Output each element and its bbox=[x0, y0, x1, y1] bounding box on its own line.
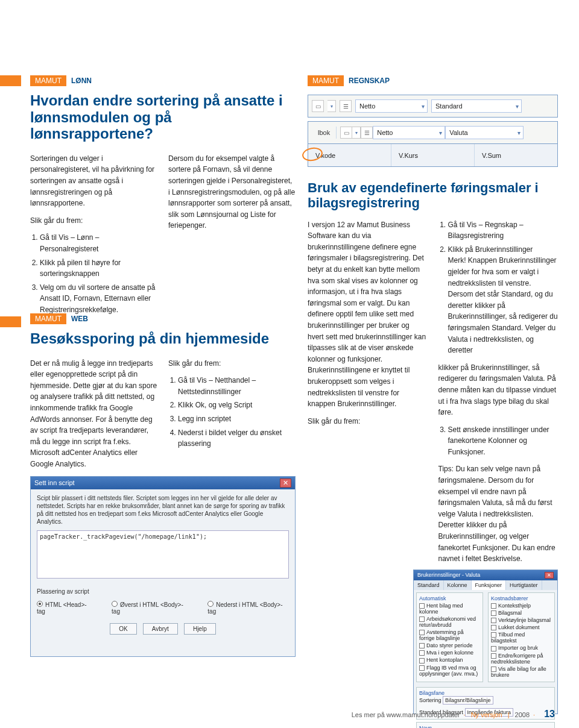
web-step1: Gå til Vis – Netthandel – Nettstedinnsti… bbox=[178, 375, 296, 397]
settings-dialog: Brukerinnstillinger - Valuta ✕ Standard … bbox=[413, 570, 558, 714]
help-button[interactable]: Hjelp bbox=[184, 623, 216, 635]
settings-title: Brukerinnstillinger - Valuta bbox=[417, 572, 480, 578]
select-netto-1[interactable]: Netto▾ bbox=[355, 99, 428, 113]
close-icon[interactable]: ✕ bbox=[545, 572, 554, 579]
footer: Les mer på www.mamut.no/oppdater· Ny ver… bbox=[352, 709, 555, 720]
tab-kolonne[interactable]: Kolonne bbox=[444, 580, 472, 590]
tab-funksjoner[interactable]: Funksjoner bbox=[472, 580, 507, 590]
close-icon[interactable]: ✕ bbox=[280, 479, 291, 488]
regnskap-body: I versjon 12 av Mamut Business Software … bbox=[308, 219, 558, 565]
doc-icon-2[interactable]: ▭ bbox=[340, 127, 352, 139]
chk-kost-6[interactable]: Endre/korrigere på nedtrekkslistene bbox=[491, 653, 552, 665]
web-step4: Nederst i bildet velger du ønsket plasse… bbox=[178, 427, 296, 450]
regnskap-p2: klikker på Brukerinnstillinger, så redig… bbox=[438, 362, 558, 418]
chevron-down-icon[interactable]: ▾ bbox=[327, 100, 336, 112]
web-title: Besøkssporing på din hjemmeside bbox=[30, 330, 296, 347]
lonn-intro: Sorteringen du velger i personalregister… bbox=[30, 153, 157, 209]
lonn-step3: Velg om du vil sortere de ansatte på Ans… bbox=[40, 282, 157, 316]
web-intro: Det er nå mulig å legge inn tredjeparts … bbox=[30, 358, 157, 470]
web-frem: Slik går du frem: bbox=[168, 358, 296, 369]
placement-label: Plassering av script bbox=[37, 588, 289, 595]
chk-kost-2[interactable]: Verktøylinje bilagsmal bbox=[491, 617, 552, 623]
lonn-body: Sorteringen du velger i personalregister… bbox=[30, 153, 296, 316]
lonn-title: Hvordan endre sortering på ansatte i løn… bbox=[30, 92, 296, 142]
grp-kost-label: Kostnadsbærer bbox=[491, 595, 552, 601]
tab-hurtig[interactable]: Hurtigtaster bbox=[506, 580, 542, 590]
lonn-step1: Gå til Vis – Lønn – Personalregisteret bbox=[40, 232, 157, 254]
tag-web: MAMUTWEB bbox=[30, 313, 88, 324]
chk-kost-7[interactable]: Vis alle bilag for alle brukere bbox=[491, 666, 552, 678]
chk-auto-3[interactable]: Dato styrer periode bbox=[419, 642, 480, 648]
chk-auto-4[interactable]: Mva i egen kolonne bbox=[419, 650, 480, 656]
chk-auto-1[interactable]: Arbeidsøkonomi ved retur/avbrudd bbox=[419, 616, 480, 628]
grp-bilag-label: Bilagsfane bbox=[419, 690, 552, 696]
toolbar-1: ▭▾ ☰ Netto▾ Standard▾ bbox=[308, 95, 558, 118]
chk-kost-5[interactable]: Importer og bruk bbox=[491, 645, 552, 651]
chk-auto-0[interactable]: Hent bilag med kolonne bbox=[419, 603, 480, 615]
select-netto-2[interactable]: Netto▾ bbox=[373, 126, 445, 139]
regnskap-frem: Slik går du frem: bbox=[308, 416, 428, 427]
cancel-button[interactable]: Avbryt bbox=[143, 623, 178, 635]
chevron-down-icon[interactable]: ▾ bbox=[352, 127, 361, 139]
chk-kost-1[interactable]: Bilagsmal bbox=[491, 610, 552, 616]
web-body: Det er nå mulig å legge inn tredjeparts … bbox=[30, 358, 296, 470]
regnskap-step3: Sett ønskede innstillinger under fanekor… bbox=[448, 424, 558, 458]
dialog-title: Sett inn script bbox=[34, 479, 75, 486]
dialog-desc: Scipt blir plassert i ditt nettsteds fil… bbox=[37, 494, 289, 526]
lonn-frem: Slik går du frem: bbox=[30, 215, 157, 227]
web-step3: Legg inn scriptet bbox=[178, 413, 296, 425]
chk-kost-3[interactable]: Lukket dokument bbox=[491, 624, 552, 630]
toolbar-2: lbok ▭▾ ☰ Netto▾ Valuta▾ bbox=[308, 121, 558, 144]
script-textarea[interactable]: pageTracker._trackPageview("/homepage/li… bbox=[37, 530, 289, 579]
doc-icon[interactable]: ▭ bbox=[312, 100, 324, 112]
grp-navn-label: Navn bbox=[419, 725, 552, 728]
radio-head[interactable]: HTML <Head>-tag bbox=[37, 601, 93, 615]
select-standard[interactable]: Standard▾ bbox=[431, 99, 522, 113]
col-vkurs: V.Kurs bbox=[391, 144, 475, 166]
chk-auto-5[interactable]: Hent kontoplan bbox=[419, 657, 480, 663]
chk-auto-6[interactable]: Flagg IB ved mva og opplysninger (avv. m… bbox=[419, 665, 480, 677]
column-headers: V.kode V.Kurs V.Sum bbox=[308, 144, 558, 167]
grp-auto-label: Automatisk bbox=[419, 595, 480, 601]
web-step2: Klikk Ok, og velg Script bbox=[178, 400, 296, 411]
list-icon[interactable]: ☰ bbox=[340, 100, 352, 112]
regnskap-step2: Klikk på BrukerinnstillingerMerk! Knappe… bbox=[448, 244, 558, 356]
select-valuta[interactable]: Valuta▾ bbox=[445, 126, 524, 139]
tag-lonn: MAMUTLØNN bbox=[30, 75, 92, 86]
lonn-note: Dersom du for eksempel valgte å sortere … bbox=[168, 153, 296, 231]
script-dialog: Sett inn script ✕ Scipt blir plassert i … bbox=[30, 476, 296, 657]
regnskap-step1: Gå til Vis – Regnskap – Bilagsregistreri… bbox=[448, 219, 558, 242]
select-sort[interactable]: Bilagsnr/Bilagslinje bbox=[443, 696, 493, 704]
decor-bar-top bbox=[0, 75, 21, 86]
regnskap-p1: I versjon 12 av Mamut Business Software … bbox=[308, 219, 428, 410]
chk-kost-0[interactable]: Konteksthjelp bbox=[491, 603, 552, 609]
regnskap-tips: Tips: Du kan selv velge navn på føringsm… bbox=[438, 463, 558, 564]
lonn-step2: Klikk på pilen til høyre for sorteringsk… bbox=[40, 257, 157, 280]
chk-auto-2[interactable]: Avstemming på forrige bilagslinje bbox=[419, 629, 480, 641]
list-icon-2[interactable]: ☰ bbox=[361, 127, 373, 139]
decor-bar-bottom bbox=[0, 316, 21, 327]
ok-button[interactable]: OK bbox=[110, 623, 136, 635]
tab-lbok[interactable]: lbok bbox=[312, 127, 337, 139]
chk-kost-4[interactable]: Tilbud med bilagstekst bbox=[491, 632, 552, 644]
col-vsum: V.Sum bbox=[475, 144, 557, 166]
radio-body-top[interactable]: Øverst i HTML <Body>-tag bbox=[112, 601, 189, 615]
regnskap-title: Bruk av egendefinerte føringsmaler i bil… bbox=[308, 180, 558, 211]
tag-regnskap: MAMUTREGNSKAP bbox=[308, 75, 390, 86]
radio-body-bottom[interactable]: Nederst i HTML <Body>-tag bbox=[207, 601, 289, 615]
tab-standard[interactable]: Standard bbox=[414, 580, 444, 590]
